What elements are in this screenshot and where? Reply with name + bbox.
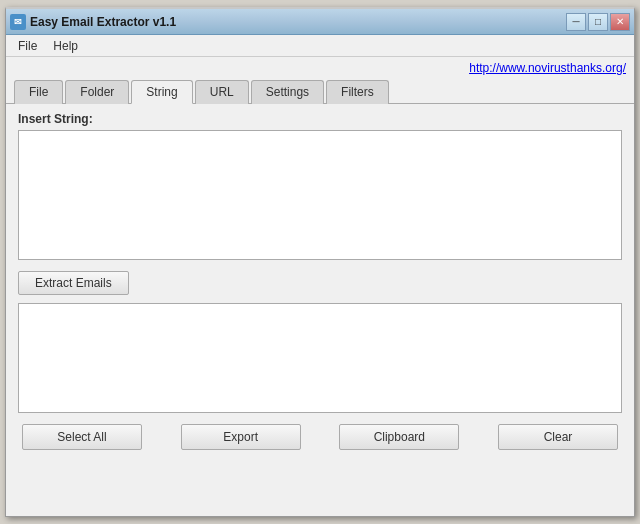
tab-settings[interactable]: Settings: [251, 80, 324, 104]
insert-label: Insert String:: [18, 112, 622, 126]
tab-string[interactable]: String: [131, 80, 192, 104]
minimize-button[interactable]: ─: [566, 13, 586, 31]
main-panel: Insert String: Extract Emails Select All…: [6, 104, 634, 458]
title-bar: ✉ Easy Email Extractor v1.1 ─ □ ✕: [6, 9, 634, 35]
tab-filters[interactable]: Filters: [326, 80, 389, 104]
tabs-bar: File Folder String URL Settings Filters: [6, 79, 634, 104]
clear-button[interactable]: Clear: [498, 424, 618, 450]
menu-help[interactable]: Help: [45, 37, 86, 55]
select-all-button[interactable]: Select All: [22, 424, 142, 450]
clipboard-button[interactable]: Clipboard: [339, 424, 459, 450]
extract-emails-button[interactable]: Extract Emails: [18, 271, 129, 295]
main-window: ✉ Easy Email Extractor v1.1 ─ □ ✕ File H…: [5, 7, 635, 517]
output-area[interactable]: [18, 303, 622, 413]
app-icon: ✉: [10, 14, 26, 30]
website-anchor[interactable]: http://www.novirusthanks.org/: [469, 61, 626, 75]
close-button[interactable]: ✕: [610, 13, 630, 31]
export-button[interactable]: Export: [181, 424, 301, 450]
title-bar-left: ✉ Easy Email Extractor v1.1: [10, 14, 176, 30]
bottom-buttons: Select All Export Clipboard Clear: [18, 424, 622, 450]
maximize-button[interactable]: □: [588, 13, 608, 31]
string-input[interactable]: [18, 130, 622, 260]
menu-file[interactable]: File: [10, 37, 45, 55]
title-bar-buttons: ─ □ ✕: [566, 13, 630, 31]
tab-url[interactable]: URL: [195, 80, 249, 104]
window-title: Easy Email Extractor v1.1: [30, 15, 176, 29]
website-link[interactable]: http://www.novirusthanks.org/: [6, 57, 634, 77]
tab-file[interactable]: File: [14, 80, 63, 104]
menu-bar: File Help: [6, 35, 634, 57]
tab-folder[interactable]: Folder: [65, 80, 129, 104]
